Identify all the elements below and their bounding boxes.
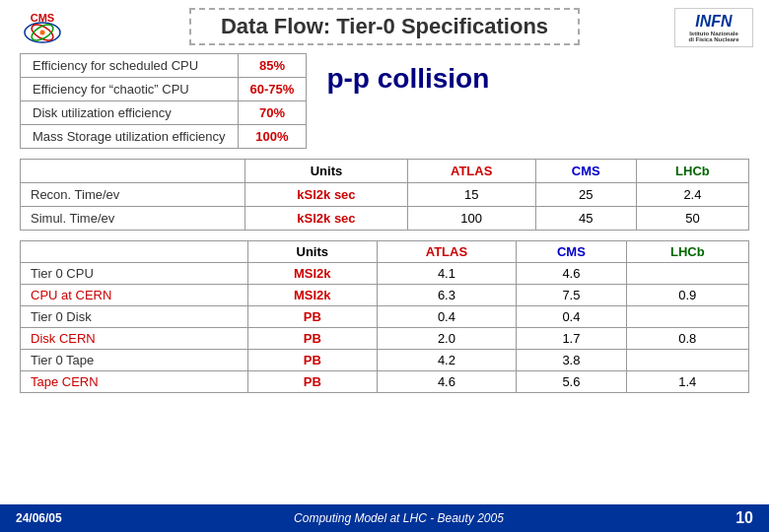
- col-atlas-2: ATLAS: [377, 241, 517, 263]
- lhcb-value: [626, 263, 748, 285]
- atlas-value: 4.2: [377, 350, 517, 371]
- table-row: Simul. Time/evkSI2k sec1004550: [21, 207, 749, 231]
- data-value: 2.4: [636, 183, 748, 207]
- page: CMS Data Flow: Tier-0 Specifications INF…: [0, 0, 769, 532]
- efficiency-table: Efficiency for scheduled CPU85%Efficienc…: [20, 53, 307, 149]
- atlas-value: 0.4: [377, 306, 517, 328]
- cms-value: 0.4: [517, 306, 626, 328]
- cms-value: 7.5: [517, 285, 626, 306]
- table-row: Efficiency for “chaotic” CPU60-75%: [21, 78, 307, 101]
- units-value: PB: [247, 350, 377, 371]
- title-border: Data Flow: Tier-0 Specifications: [189, 8, 580, 45]
- row-label: Disk CERN: [21, 328, 248, 350]
- efficiency-label: Mass Storage utilization efficiency: [21, 125, 239, 149]
- infn-logo: INFN Istituto Nazionaledi Fisica Nuclear…: [674, 8, 753, 47]
- row-label: Tier 0 Tape: [21, 350, 248, 371]
- header: CMS Data Flow: Tier-0 Specifications INF…: [0, 0, 769, 53]
- mid-table-1: Units ATLAS CMS LHCb Recon. Time/evkSI2k…: [20, 159, 749, 231]
- data-value: 100: [407, 207, 535, 231]
- atlas-value: 4.1: [377, 263, 517, 285]
- col-cms-1: CMS: [535, 160, 636, 183]
- table-row: Efficiency for scheduled CPU85%: [21, 54, 307, 78]
- col-units-2: Units: [247, 241, 377, 263]
- col-empty-1: [21, 160, 245, 183]
- col-units-1: Units: [245, 160, 408, 183]
- data-value: 15: [407, 183, 535, 207]
- units-value: kSI2k sec: [245, 207, 408, 231]
- table-row: Tier 0 CPUMSI2k4.14.6: [21, 263, 749, 285]
- footer-title: Computing Model at LHC - Beauty 2005: [294, 511, 504, 525]
- table-row: Tier 0 DiskPB0.40.4: [21, 306, 749, 328]
- table-row: Tier 0 TapePB4.23.8: [21, 350, 749, 371]
- cms-value: 1.7: [517, 328, 626, 350]
- mid-table-2: Units ATLAS CMS LHCb Tier 0 CPUMSI2k4.14…: [20, 240, 749, 393]
- col-cms-2: CMS: [517, 241, 626, 263]
- svg-text:CMS: CMS: [31, 12, 54, 24]
- atlas-value: 4.6: [377, 371, 517, 393]
- table-row: Disk utilization efficiency70%: [21, 101, 307, 125]
- footer-page: 10: [735, 509, 753, 527]
- data-value: 50: [636, 207, 748, 231]
- atlas-value: 2.0: [377, 328, 517, 350]
- row-label: CPU at CERN: [21, 285, 248, 306]
- col-lhcb-2: LHCb: [626, 241, 748, 263]
- cms-logo: CMS: [16, 8, 70, 47]
- pp-collision-label: p-p collision: [326, 53, 489, 95]
- units-value: kSI2k sec: [245, 183, 408, 207]
- efficiency-label: Efficiency for “chaotic” CPU: [21, 78, 239, 101]
- row-label: Recon. Time/ev: [21, 183, 245, 207]
- top-section: Efficiency for scheduled CPU85%Efficienc…: [20, 53, 749, 149]
- row-label: Simul. Time/ev: [21, 207, 245, 231]
- cms-value: 3.8: [517, 350, 626, 371]
- data-value: 25: [535, 183, 636, 207]
- table-row: Tape CERNPB4.65.61.4: [21, 371, 749, 393]
- footer-date: 24/06/05: [16, 511, 62, 525]
- table-row: Recon. Time/evkSI2k sec15252.4: [21, 183, 749, 207]
- lhcb-value: [626, 350, 748, 371]
- lhcb-value: 0.8: [626, 328, 748, 350]
- table-row: CPU at CERNMSI2k6.37.50.9: [21, 285, 749, 306]
- svg-point-5: [40, 31, 45, 35]
- row-label: Tier 0 CPU: [21, 263, 248, 285]
- col-lhcb-1: LHCb: [636, 160, 748, 183]
- lhcb-value: [626, 306, 748, 328]
- infn-text: INFN: [695, 13, 732, 31]
- efficiency-label: Disk utilization efficiency: [21, 101, 239, 125]
- table-row: Disk CERNPB2.01.70.8: [21, 328, 749, 350]
- cms-value: 4.6: [517, 263, 626, 285]
- row-label: Tier 0 Disk: [21, 306, 248, 328]
- col-empty-2: [21, 241, 248, 263]
- data-value: 45: [535, 207, 636, 231]
- efficiency-value: 60-75%: [238, 78, 307, 101]
- efficiency-label: Efficiency for scheduled CPU: [21, 54, 239, 78]
- footer: 24/06/05 Computing Model at LHC - Beauty…: [0, 504, 769, 532]
- units-value: MSI2k: [247, 263, 377, 285]
- infn-subtitle: Istituto Nazionaledi Fisica Nucleare: [688, 31, 738, 42]
- atlas-value: 6.3: [377, 285, 517, 306]
- row-label: Tape CERN: [21, 371, 248, 393]
- units-value: PB: [247, 328, 377, 350]
- col-atlas-1: ATLAS: [407, 160, 535, 183]
- table-row: Mass Storage utilization efficiency100%: [21, 125, 307, 149]
- cms-value: 5.6: [517, 371, 626, 393]
- efficiency-value: 100%: [238, 125, 307, 149]
- efficiency-value: 70%: [238, 101, 307, 125]
- main-content: Efficiency for scheduled CPU85%Efficienc…: [0, 53, 769, 504]
- units-value: PB: [247, 371, 377, 393]
- efficiency-value: 85%: [238, 54, 307, 78]
- page-title: Data Flow: Tier-0 Specifications: [221, 14, 548, 38]
- lhcb-value: 0.9: [626, 285, 748, 306]
- lhcb-value: 1.4: [626, 371, 748, 393]
- units-value: MSI2k: [247, 285, 377, 306]
- units-value: PB: [247, 306, 377, 328]
